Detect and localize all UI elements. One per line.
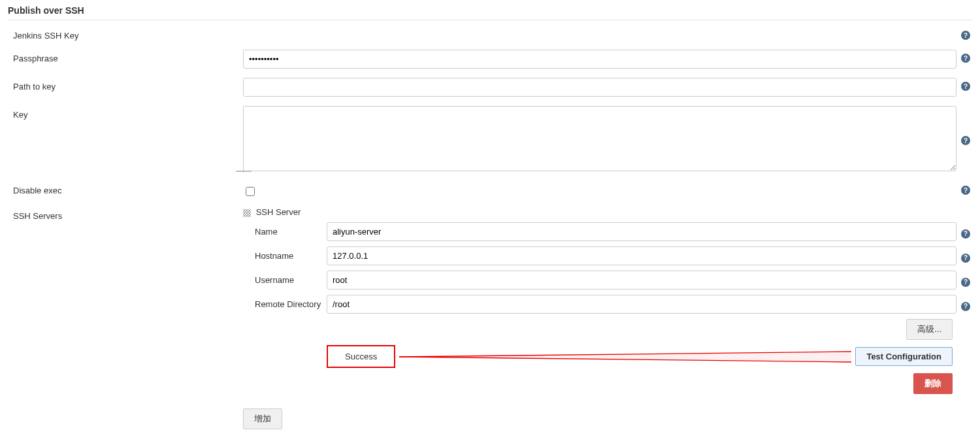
server-username-input[interactable] <box>327 271 956 290</box>
advanced-button[interactable]: 高级... <box>906 319 953 340</box>
path-to-key-input[interactable] <box>243 78 956 97</box>
passphrase-input[interactable] <box>243 50 956 69</box>
server-hostname-input[interactable] <box>327 246 956 265</box>
label-server-remote-dir: Remote Directory <box>255 299 327 309</box>
help-icon[interactable]: ? <box>961 254 970 263</box>
label-passphrase: Passphrase <box>8 50 243 63</box>
test-configuration-button[interactable]: Test Configuration <box>855 347 953 366</box>
resize-handle[interactable] <box>243 170 244 173</box>
label-server-name: Name <box>255 227 327 237</box>
add-button[interactable]: 增加 <box>243 408 282 429</box>
help-icon[interactable]: ? <box>961 186 970 195</box>
help-icon[interactable]: ? <box>961 82 970 91</box>
label-path-to-key: Path to key <box>8 78 243 91</box>
help-icon[interactable]: ? <box>961 278 970 287</box>
label-server-username: Username <box>255 275 327 285</box>
test-result-success: Success <box>327 345 395 368</box>
help-icon[interactable]: ? <box>961 136 970 145</box>
arrow-annotation <box>399 349 851 365</box>
help-icon[interactable]: ? <box>961 54 970 63</box>
label-key: Key <box>8 106 243 120</box>
server-name-input[interactable] <box>327 222 956 241</box>
drag-handle-icon[interactable] <box>243 209 251 217</box>
delete-button[interactable]: 删除 <box>913 373 953 394</box>
ssh-server-header: SSH Server <box>256 207 301 217</box>
section-title: Publish over SSH <box>8 5 972 20</box>
help-icon[interactable]: ? <box>961 302 970 311</box>
label-ssh-servers: SSH Servers <box>8 207 243 221</box>
key-textarea[interactable] <box>243 106 956 171</box>
svg-marker-1 <box>399 352 851 362</box>
label-server-hostname: Hostname <box>255 251 327 261</box>
help-icon[interactable]: ? <box>961 229 970 239</box>
label-disable-exec: Disable exec <box>8 182 243 195</box>
server-remote-dir-input[interactable] <box>327 295 956 314</box>
label-jenkins-key: Jenkins SSH Key <box>8 27 243 41</box>
disable-exec-checkbox[interactable] <box>246 187 255 196</box>
help-icon[interactable]: ? <box>961 31 970 40</box>
